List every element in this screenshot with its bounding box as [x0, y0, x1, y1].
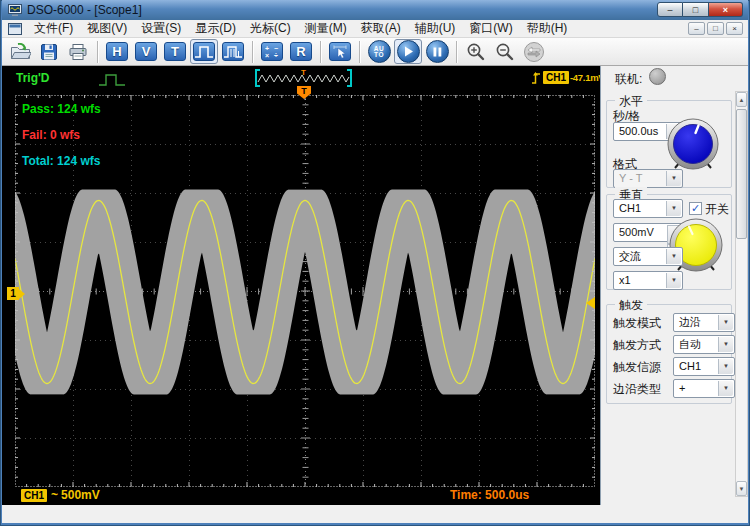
channel-on-checkbox[interactable]: ✓ [689, 202, 702, 215]
save-icon [40, 43, 58, 61]
stop-button[interactable] [423, 39, 451, 64]
close-button[interactable]: × [709, 2, 743, 17]
dropdown-arrow-icon[interactable]: ▼ [718, 381, 733, 396]
t-letter: T [164, 42, 186, 61]
window-title: DSO-6000 - [Scope1] [27, 3, 142, 17]
dropdown-arrow-icon[interactable]: ▼ [666, 273, 681, 288]
dropdown-arrow-icon[interactable]: ▼ [718, 315, 733, 330]
minimize-button[interactable]: – [657, 2, 683, 17]
svg-text:−: − [274, 45, 278, 52]
autoset-button[interactable]: AUTO [365, 39, 393, 64]
time-per-div: Time: 500.0us [450, 488, 529, 502]
titlebar: DSO-6000 - [Scope1] – □ × [2, 0, 748, 20]
trigger-source-value: CH1 [679, 360, 701, 372]
pulse-icon [194, 44, 214, 60]
svg-text:+: + [265, 45, 269, 52]
trigger-mode-value: 边沿 [679, 316, 701, 328]
menu-cursor[interactable]: 光标(C) [243, 19, 298, 38]
svg-text:×: × [265, 52, 269, 59]
waveform-preview-bar[interactable]: T [255, 69, 352, 87]
print-icon [68, 43, 88, 61]
app-window: DSO-6000 - [Scope1] – □ × 文件(F) 视图(V) 设置… [0, 0, 750, 526]
edge-type-select[interactable]: + ▼ [673, 379, 735, 398]
dropdown-arrow-icon[interactable]: ▼ [666, 201, 681, 216]
cursor-button[interactable] [326, 39, 354, 64]
menu-utility[interactable]: 辅助(U) [408, 19, 463, 38]
online-indicator [649, 68, 666, 85]
toolbar-separator [97, 41, 99, 63]
zoom-in-button[interactable] [462, 39, 490, 64]
trigger-sweep-select[interactable]: 自动 ▼ [673, 335, 735, 354]
pass-count: Pass: 124 wfs [22, 102, 101, 116]
toolbar-separator [252, 41, 254, 63]
menu-display[interactable]: 显示(D) [188, 19, 243, 38]
content-area: Trig'D T CH1 -47.1mV [2, 66, 748, 505]
menu-measure[interactable]: 测量(M) [298, 19, 354, 38]
scroll-down-icon[interactable]: ▼ [736, 481, 747, 496]
vertical-setup-button[interactable]: V [132, 39, 160, 64]
dropdown-arrow-icon[interactable]: ▼ [666, 249, 681, 264]
reference-button[interactable]: R [287, 39, 315, 64]
channel-value: CH1 [619, 202, 641, 214]
pan-waveform-button[interactable] [520, 39, 548, 64]
v-letter: V [135, 42, 157, 61]
trigger-mode-select[interactable]: 边沿 ▼ [673, 313, 735, 332]
zoom-out-button[interactable] [491, 39, 519, 64]
coupling-symbol: ~ [51, 488, 58, 502]
probe-select[interactable]: x1 ▼ [613, 271, 683, 290]
menu-settings[interactable]: 设置(S) [134, 19, 188, 38]
volts-value: 500mV [619, 226, 654, 238]
run-button[interactable] [394, 39, 422, 64]
trigger-group-title: 触发 [615, 297, 647, 314]
save-button[interactable] [35, 39, 63, 64]
control-panel: 联机: 水平 秒/格 500.0us ▼ [600, 66, 748, 505]
mdi-minimize-button[interactable]: – [688, 22, 705, 35]
panel-scrollbar[interactable]: ▲ ▼ [735, 91, 748, 497]
toolbar-separator [359, 41, 361, 63]
fail-count: Fail: 0 wfs [22, 128, 80, 142]
trigger-level-marker[interactable] [586, 297, 595, 309]
trigger-status: Trig'D [16, 71, 50, 85]
mdi-restore-button[interactable]: □ [707, 22, 724, 35]
horizontal-knob[interactable] [665, 116, 721, 174]
volts-per-div: 500mV [61, 488, 100, 502]
menu-view[interactable]: 视图(V) [80, 19, 134, 38]
print-button[interactable] [64, 39, 92, 64]
menu-window[interactable]: 窗口(W) [462, 19, 519, 38]
total-count: Total: 124 wfs [22, 154, 100, 168]
h-letter: H [106, 42, 128, 61]
math-icon: + − × ÷ [263, 44, 281, 60]
scrollbar-thumb[interactable] [736, 109, 747, 239]
coupling-select[interactable]: 交流 ▼ [613, 247, 683, 266]
dropdown-arrow-icon[interactable]: ▼ [718, 359, 733, 374]
open-button[interactable] [6, 39, 34, 64]
horizontal-setup-button[interactable]: H [103, 39, 131, 64]
dropdown-arrow-icon[interactable]: ▼ [666, 171, 681, 186]
mdi-close-button[interactable]: × [726, 22, 743, 35]
edge-type-label: 边沿类型 [613, 381, 661, 398]
zoom-in-icon [466, 42, 486, 62]
menu-help[interactable]: 帮助(H) [520, 19, 575, 38]
sec-per-div-value: 500.0us [619, 125, 658, 137]
scroll-up-icon[interactable]: ▲ [736, 92, 747, 107]
cursor-arrow-icon [331, 44, 349, 60]
horizontal-swap-icon [523, 41, 545, 63]
format-select[interactable]: Y - T ▼ [613, 169, 683, 188]
trigger-source-select[interactable]: CH1 ▼ [673, 357, 735, 376]
waveform-record-button[interactable] [219, 39, 247, 64]
vertical-knob[interactable] [667, 216, 725, 276]
scope-window-icon [8, 23, 22, 35]
auto-label: AUTO [373, 46, 386, 58]
trigger-setup-button[interactable]: T [161, 39, 189, 64]
scope-display: Trig'D T CH1 -47.1mV [2, 66, 600, 505]
pass-fail-button[interactable] [190, 39, 218, 64]
maximize-button[interactable]: □ [683, 2, 709, 17]
toolbar: H V T [2, 38, 748, 66]
menu-acquire[interactable]: 获取(A) [354, 19, 408, 38]
math-button[interactable]: + − × ÷ [258, 39, 286, 64]
dropdown-arrow-icon[interactable]: ▼ [718, 337, 733, 352]
channel1-marker[interactable]: 1 [7, 287, 19, 300]
menu-file[interactable]: 文件(F) [27, 19, 80, 38]
svg-text:÷: ÷ [274, 52, 278, 59]
online-label: 联机: [615, 71, 642, 88]
